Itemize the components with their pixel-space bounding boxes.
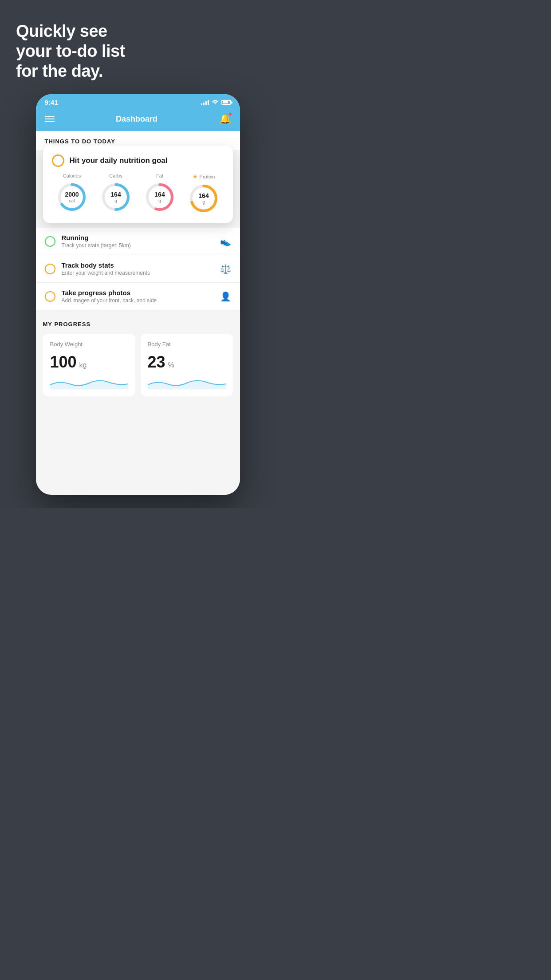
nav-title: Dashboard: [116, 115, 157, 124]
todo-checkbox[interactable]: [45, 291, 55, 302]
progress-unit: kg: [79, 361, 87, 369]
battery-icon: [221, 100, 231, 105]
nutrition-item-protein: ★ Protein 164 g: [188, 173, 220, 214]
donut-value: 164 g: [110, 191, 121, 203]
progress-card-title: Body Weight: [50, 341, 128, 348]
things-title: THINGS TO DO TODAY: [45, 138, 231, 145]
todo-checkbox[interactable]: [45, 264, 55, 274]
todo-subtitle: Add images of your front, back, and side: [62, 297, 214, 304]
mini-chart: [50, 376, 128, 389]
todo-title: Take progress photos: [62, 289, 214, 296]
todo-item-progress-photos[interactable]: Take progress photos Add images of your …: [36, 283, 240, 310]
donut-chart: 164 g: [144, 181, 176, 213]
todo-info: Track body stats Enter your weight and m…: [62, 261, 214, 276]
progress-number: 23: [148, 353, 165, 371]
todo-title: Running: [62, 234, 214, 241]
donut-value: 2000 cal: [65, 191, 79, 203]
progress-card-title: Body Fat: [148, 341, 226, 348]
donut-value: 164 g: [198, 193, 209, 204]
todo-subtitle: Enter your weight and measurements: [62, 270, 214, 276]
progress-title: MY PROGRESS: [43, 321, 233, 328]
todo-item-body-stats[interactable]: Track body stats Enter your weight and m…: [36, 255, 240, 283]
card-title-row: Hit your daily nutrition goal: [52, 154, 224, 167]
status-time: 9:41: [45, 99, 58, 106]
hero-section: Quickly see your to-do list for the day.: [0, 0, 276, 94]
todo-action-icon[interactable]: ⚖️: [220, 264, 231, 274]
todo-action-icon[interactable]: 👤: [220, 291, 231, 302]
hamburger-menu[interactable]: [45, 116, 55, 122]
progress-cards: Body Weight 100 kg Body Fat 23 %: [43, 334, 233, 396]
nutrition-label: ★ Protein: [193, 173, 215, 180]
nutrition-item-calories: Calories 2000 cal: [56, 173, 88, 213]
nutrition-card-title: Hit your daily nutrition goal: [70, 156, 168, 165]
nutrition-item-carbs: Carbs 164 g: [100, 173, 132, 213]
nav-bar: Dashboard 🔔: [36, 109, 240, 131]
todo-title: Track body stats: [62, 261, 214, 269]
nutrition-label: Carbs: [109, 173, 122, 178]
phone-frame: 9:41 Dashboard 🔔 TH: [36, 94, 240, 495]
status-bar: 9:41: [36, 94, 240, 109]
mini-chart: [148, 376, 226, 389]
progress-section: MY PROGRESS Body Weight 100 kg Body Fat …: [36, 310, 240, 403]
signal-icon: [201, 100, 209, 105]
nutrition-item-fat: Fat 164 g: [144, 173, 176, 213]
todo-checkbox[interactable]: [45, 236, 55, 247]
hero-title: Quickly see your to-do list for the day.: [16, 21, 260, 81]
notification-bell[interactable]: 🔔: [219, 113, 231, 125]
wifi-icon: [212, 99, 219, 106]
star-icon: ★: [193, 173, 198, 180]
progress-card-value: 100 kg: [50, 353, 128, 371]
todo-info: Running Track your stats (target: 5km): [62, 234, 214, 249]
progress-card-value: 23 %: [148, 353, 226, 371]
progress-card-body-weight[interactable]: Body Weight 100 kg: [43, 334, 135, 396]
nutrition-label: Fat: [156, 173, 163, 178]
todo-subtitle: Track your stats (target: 5km): [62, 242, 214, 249]
task-checkbox-nutrition[interactable]: [52, 154, 64, 167]
progress-number: 100: [50, 353, 77, 371]
todo-info: Take progress photos Add images of your …: [62, 289, 214, 304]
todo-item-running[interactable]: Running Track your stats (target: 5km) 👟: [36, 228, 240, 255]
todo-action-icon[interactable]: 👟: [220, 236, 231, 247]
status-icons: [201, 99, 231, 106]
nutrition-card[interactable]: Hit your daily nutrition goal Calories 2…: [43, 146, 233, 223]
donut-chart: 2000 cal: [56, 181, 88, 213]
progress-card-body-fat[interactable]: Body Fat 23 %: [141, 334, 233, 396]
nutrition-row: Calories 2000 cal Carbs 164 g Fat: [52, 173, 224, 214]
donut-chart: 164 g: [100, 181, 132, 213]
notification-dot: [228, 112, 232, 116]
main-content: THINGS TO DO TODAY Hit your daily nutrit…: [36, 131, 240, 495]
donut-value: 164 g: [154, 191, 165, 203]
donut-chart: 164 g: [188, 182, 220, 214]
nutrition-label: Calories: [63, 173, 81, 178]
progress-unit: %: [168, 361, 174, 369]
todo-list: Running Track your stats (target: 5km) 👟…: [36, 228, 240, 310]
